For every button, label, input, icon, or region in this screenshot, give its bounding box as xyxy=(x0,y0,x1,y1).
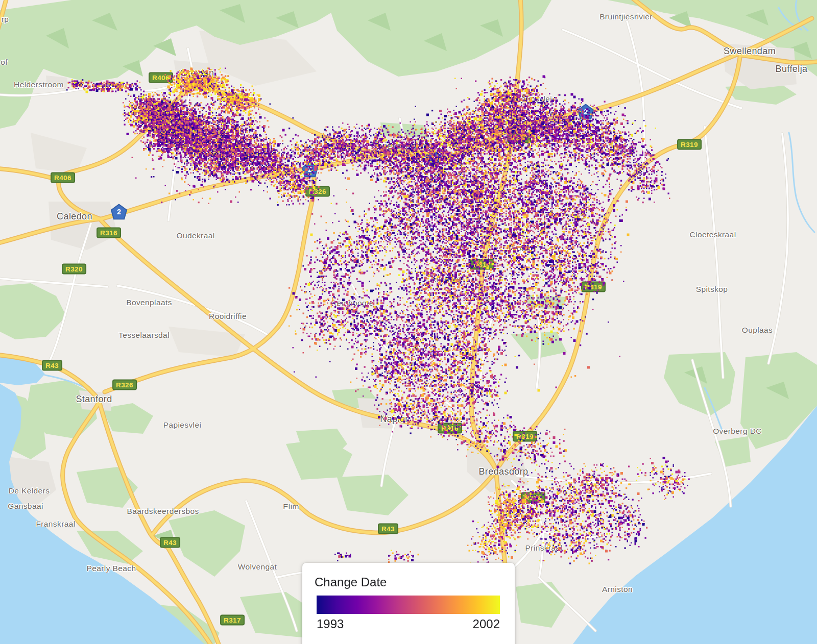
legend-color-ramp xyxy=(317,596,500,614)
change-date-dots-canvas xyxy=(0,0,817,644)
map-viewport[interactable]: rpofHelderstroomGreytonBruintjiesrivierS… xyxy=(0,0,817,644)
legend-card: Change Date 1993 2002 xyxy=(302,563,515,644)
legend-title: Change Date xyxy=(315,575,387,589)
legend-max-label: 2002 xyxy=(473,617,500,631)
legend-min-label: 1993 xyxy=(317,617,344,631)
